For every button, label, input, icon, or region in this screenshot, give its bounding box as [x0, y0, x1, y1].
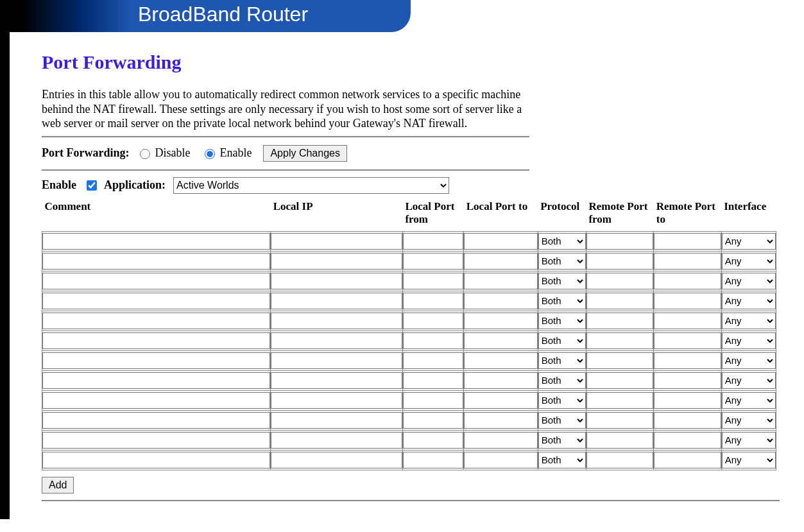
remote-port-from-input[interactable] — [586, 273, 653, 289]
local-port-to-input[interactable] — [464, 332, 537, 349]
local-port-from-input[interactable] — [403, 332, 463, 349]
remote-port-to-input[interactable] — [654, 452, 721, 468]
local-ip-input[interactable] — [271, 233, 402, 250]
local-port-to-input[interactable] — [464, 412, 537, 429]
remote-port-to-input[interactable] — [654, 273, 721, 289]
local-port-to-input[interactable] — [464, 233, 537, 250]
protocol-select[interactable]: Both — [538, 412, 586, 429]
local-ip-input[interactable] — [271, 332, 402, 349]
remote-port-from-input[interactable] — [586, 253, 653, 270]
comment-input[interactable] — [42, 392, 270, 409]
application-select[interactable]: Active Worlds — [173, 177, 449, 194]
local-port-from-input[interactable] — [403, 293, 463, 309]
disable-radio-group[interactable]: Disable — [137, 146, 190, 160]
comment-input[interactable] — [42, 233, 270, 250]
interface-select[interactable]: Any — [722, 233, 776, 250]
remote-port-from-input[interactable] — [586, 352, 653, 369]
local-port-to-input[interactable] — [464, 352, 537, 369]
local-port-from-input[interactable] — [403, 412, 463, 429]
local-port-from-input[interactable] — [403, 313, 463, 329]
remote-port-to-input[interactable] — [654, 313, 721, 329]
interface-select[interactable]: Any — [722, 253, 776, 270]
local-ip-input[interactable] — [271, 412, 402, 429]
remote-port-from-input[interactable] — [586, 313, 653, 329]
protocol-select[interactable]: Both — [538, 273, 586, 289]
remote-port-to-input[interactable] — [654, 233, 721, 250]
local-ip-input[interactable] — [271, 273, 402, 289]
local-ip-input[interactable] — [271, 313, 402, 329]
remote-port-from-input[interactable] — [586, 452, 653, 468]
comment-input[interactable] — [42, 452, 270, 468]
local-ip-input[interactable] — [271, 372, 402, 389]
local-port-from-input[interactable] — [403, 392, 463, 409]
protocol-select[interactable]: Both — [538, 352, 586, 369]
comment-input[interactable] — [42, 432, 270, 449]
interface-select[interactable]: Any — [722, 313, 776, 329]
comment-input[interactable] — [42, 293, 270, 309]
interface-select[interactable]: Any — [722, 412, 776, 429]
remote-port-from-input[interactable] — [586, 372, 653, 389]
protocol-select[interactable]: Both — [538, 253, 586, 270]
local-ip-input[interactable] — [271, 253, 402, 270]
comment-input[interactable] — [42, 352, 270, 369]
protocol-select[interactable]: Both — [538, 332, 586, 349]
local-ip-input[interactable] — [271, 432, 402, 449]
interface-select[interactable]: Any — [722, 273, 776, 289]
local-ip-input[interactable] — [271, 392, 402, 409]
protocol-select[interactable]: Both — [538, 233, 586, 250]
local-port-from-input[interactable] — [403, 352, 463, 369]
local-port-to-input[interactable] — [464, 452, 537, 468]
remote-port-to-input[interactable] — [654, 253, 721, 270]
local-port-to-input[interactable] — [464, 253, 537, 270]
local-port-from-input[interactable] — [403, 233, 463, 250]
local-port-to-input[interactable] — [464, 372, 537, 389]
interface-select[interactable]: Any — [722, 372, 776, 389]
enable-radio-group[interactable]: Enable — [201, 146, 252, 160]
remote-port-from-input[interactable] — [586, 432, 653, 449]
local-port-from-input[interactable] — [403, 253, 463, 270]
interface-select[interactable]: Any — [722, 293, 776, 309]
remote-port-to-input[interactable] — [654, 372, 721, 389]
remote-port-from-input[interactable] — [586, 233, 653, 250]
local-port-to-input[interactable] — [464, 392, 537, 409]
local-ip-input[interactable] — [271, 293, 402, 309]
add-button[interactable]: Add — [42, 477, 74, 493]
protocol-select[interactable]: Both — [538, 452, 586, 468]
comment-input[interactable] — [42, 372, 270, 389]
local-port-to-input[interactable] — [464, 432, 537, 449]
remote-port-to-input[interactable] — [654, 412, 721, 429]
remote-port-to-input[interactable] — [654, 293, 721, 309]
remote-port-from-input[interactable] — [586, 412, 653, 429]
interface-select[interactable]: Any — [722, 332, 776, 349]
remote-port-from-input[interactable] — [586, 293, 653, 309]
protocol-select[interactable]: Both — [538, 392, 586, 409]
comment-input[interactable] — [42, 412, 270, 429]
remote-port-to-input[interactable] — [654, 352, 721, 369]
comment-input[interactable] — [42, 273, 270, 289]
interface-select[interactable]: Any — [722, 392, 776, 409]
remote-port-to-input[interactable] — [654, 332, 721, 349]
local-port-to-input[interactable] — [464, 293, 537, 309]
protocol-select[interactable]: Both — [538, 432, 586, 449]
local-ip-input[interactable] — [271, 352, 402, 369]
local-port-to-input[interactable] — [464, 313, 537, 329]
comment-input[interactable] — [42, 253, 270, 270]
interface-select[interactable]: Any — [722, 432, 776, 449]
comment-input[interactable] — [42, 332, 270, 349]
local-port-from-input[interactable] — [403, 452, 463, 468]
local-port-from-input[interactable] — [403, 372, 463, 389]
remote-port-to-input[interactable] — [654, 432, 721, 449]
remote-port-from-input[interactable] — [586, 332, 653, 349]
protocol-select[interactable]: Both — [538, 313, 586, 329]
comment-input[interactable] — [42, 313, 270, 329]
protocol-select[interactable]: Both — [538, 372, 586, 389]
local-port-to-input[interactable] — [464, 273, 537, 289]
local-port-from-input[interactable] — [403, 432, 463, 449]
interface-select[interactable]: Any — [722, 352, 776, 369]
remote-port-from-input[interactable] — [586, 392, 653, 409]
remote-port-to-input[interactable] — [654, 392, 721, 409]
enable-checkbox[interactable] — [87, 180, 97, 191]
protocol-select[interactable]: Both — [538, 293, 586, 309]
local-ip-input[interactable] — [271, 452, 402, 468]
apply-changes-button[interactable]: Apply Changes — [263, 145, 347, 162]
